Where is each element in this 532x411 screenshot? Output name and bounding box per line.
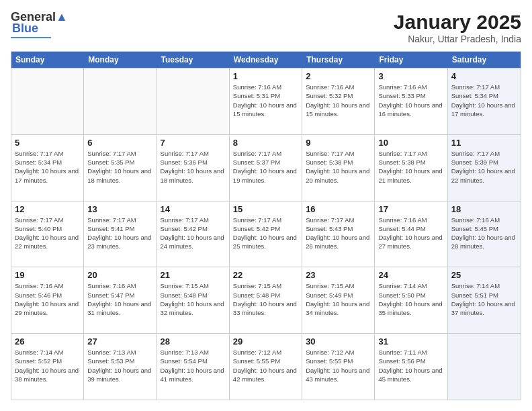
calendar-week-1: 1Sunrise: 7:16 AM Sunset: 5:31 PM Daylig… (11, 68, 521, 134)
day-info: Sunrise: 7:16 AM Sunset: 5:33 PM Dayligh… (378, 83, 443, 118)
day-info: Sunrise: 7:17 AM Sunset: 5:39 PM Dayligh… (451, 149, 517, 185)
calendar-cell: 6Sunrise: 7:17 AM Sunset: 5:35 PM Daylig… (84, 135, 157, 201)
header-day-thursday: Thursday (302, 52, 375, 68)
day-number: 29 (233, 336, 298, 347)
day-info: Sunrise: 7:16 AM Sunset: 5:46 PM Dayligh… (15, 281, 80, 317)
header-day-friday: Friday (375, 52, 447, 68)
title-area: January 2025 Nakur, Uttar Pradesh, India (394, 11, 521, 44)
calendar-cell: 31Sunrise: 7:11 AM Sunset: 5:56 PM Dayli… (375, 334, 447, 400)
day-info: Sunrise: 7:17 AM Sunset: 5:36 PM Dayligh… (161, 149, 226, 185)
calendar-week-2: 5Sunrise: 7:17 AM Sunset: 5:34 PM Daylig… (11, 134, 521, 201)
logo: General▲ Blue (11, 11, 68, 38)
calendar: SundayMondayTuesdayWednesdayThursdayFrid… (11, 51, 521, 400)
header-day-tuesday: Tuesday (157, 52, 230, 68)
header-day-wednesday: Wednesday (230, 52, 302, 68)
day-info: Sunrise: 7:12 AM Sunset: 5:55 PM Dayligh… (306, 348, 371, 383)
calendar-body: 1Sunrise: 7:16 AM Sunset: 5:31 PM Daylig… (11, 68, 521, 400)
day-number: 5 (15, 138, 80, 148)
day-info: Sunrise: 7:12 AM Sunset: 5:55 PM Dayligh… (233, 348, 298, 383)
day-number: 17 (378, 204, 443, 214)
day-number: 16 (306, 204, 371, 214)
day-number: 25 (451, 270, 517, 280)
logo-blue: Blue (12, 21, 38, 36)
day-number: 27 (87, 336, 152, 347)
calendar-cell (157, 68, 230, 134)
day-info: Sunrise: 7:17 AM Sunset: 5:35 PM Dayligh… (87, 149, 152, 185)
calendar-cell: 19Sunrise: 7:16 AM Sunset: 5:46 PM Dayli… (11, 267, 84, 333)
day-info: Sunrise: 7:13 AM Sunset: 5:54 PM Dayligh… (161, 348, 226, 383)
calendar-cell: 23Sunrise: 7:15 AM Sunset: 5:49 PM Dayli… (302, 267, 375, 333)
calendar-week-5: 26Sunrise: 7:14 AM Sunset: 5:52 PM Dayli… (11, 333, 521, 400)
month-title: January 2025 (394, 11, 521, 34)
day-info: Sunrise: 7:17 AM Sunset: 5:43 PM Dayligh… (306, 216, 371, 251)
calendar-week-4: 19Sunrise: 7:16 AM Sunset: 5:46 PM Dayli… (11, 267, 521, 333)
calendar-cell: 21Sunrise: 7:15 AM Sunset: 5:48 PM Dayli… (157, 267, 230, 333)
day-number: 7 (161, 138, 226, 148)
header-day-monday: Monday (84, 52, 157, 68)
day-number: 15 (233, 204, 298, 214)
calendar-cell: 11Sunrise: 7:17 AM Sunset: 5:39 PM Dayli… (448, 135, 521, 201)
day-number: 18 (451, 204, 517, 214)
day-info: Sunrise: 7:14 AM Sunset: 5:52 PM Dayligh… (15, 348, 80, 383)
day-number: 21 (161, 270, 226, 280)
calendar-cell: 20Sunrise: 7:16 AM Sunset: 5:47 PM Dayli… (84, 267, 157, 333)
day-number: 30 (306, 336, 371, 347)
calendar-cell: 4Sunrise: 7:17 AM Sunset: 5:34 PM Daylig… (448, 68, 521, 134)
day-info: Sunrise: 7:15 AM Sunset: 5:48 PM Dayligh… (161, 281, 226, 317)
day-number: 3 (378, 71, 443, 81)
calendar-header: SundayMondayTuesdayWednesdayThursdayFrid… (11, 52, 521, 68)
day-info: Sunrise: 7:14 AM Sunset: 5:51 PM Dayligh… (451, 281, 517, 317)
day-info: Sunrise: 7:15 AM Sunset: 5:48 PM Dayligh… (233, 281, 298, 317)
calendar-cell: 18Sunrise: 7:16 AM Sunset: 5:45 PM Dayli… (448, 201, 521, 267)
day-number: 2 (306, 71, 371, 81)
day-info: Sunrise: 7:17 AM Sunset: 5:34 PM Dayligh… (15, 149, 80, 185)
day-info: Sunrise: 7:17 AM Sunset: 5:37 PM Dayligh… (233, 149, 298, 185)
calendar-cell: 12Sunrise: 7:17 AM Sunset: 5:40 PM Dayli… (11, 201, 84, 267)
calendar-cell: 27Sunrise: 7:13 AM Sunset: 5:53 PM Dayli… (84, 334, 157, 400)
calendar-cell: 29Sunrise: 7:12 AM Sunset: 5:55 PM Dayli… (230, 334, 302, 400)
day-number: 8 (233, 138, 298, 148)
day-info: Sunrise: 7:14 AM Sunset: 5:50 PM Dayligh… (378, 281, 443, 317)
logo-line (11, 37, 51, 38)
day-number: 1 (233, 71, 298, 81)
calendar-cell (448, 334, 521, 400)
day-number: 19 (15, 270, 80, 280)
calendar-cell: 16Sunrise: 7:17 AM Sunset: 5:43 PM Dayli… (302, 201, 375, 267)
calendar-cell: 5Sunrise: 7:17 AM Sunset: 5:34 PM Daylig… (11, 135, 84, 201)
header-day-saturday: Saturday (448, 52, 521, 68)
day-info: Sunrise: 7:17 AM Sunset: 5:42 PM Dayligh… (233, 216, 298, 251)
calendar-cell: 15Sunrise: 7:17 AM Sunset: 5:42 PM Dayli… (230, 201, 302, 267)
day-info: Sunrise: 7:17 AM Sunset: 5:38 PM Dayligh… (306, 149, 371, 185)
day-info: Sunrise: 7:17 AM Sunset: 5:41 PM Dayligh… (87, 216, 152, 251)
calendar-cell: 3Sunrise: 7:16 AM Sunset: 5:33 PM Daylig… (375, 68, 447, 134)
day-info: Sunrise: 7:17 AM Sunset: 5:40 PM Dayligh… (15, 216, 80, 251)
calendar-cell: 30Sunrise: 7:12 AM Sunset: 5:55 PM Dayli… (302, 334, 375, 400)
day-number: 6 (87, 138, 152, 148)
day-info: Sunrise: 7:17 AM Sunset: 5:42 PM Dayligh… (161, 216, 226, 251)
day-number: 23 (306, 270, 371, 280)
day-info: Sunrise: 7:16 AM Sunset: 5:45 PM Dayligh… (451, 216, 517, 251)
calendar-cell: 2Sunrise: 7:16 AM Sunset: 5:32 PM Daylig… (302, 68, 375, 134)
calendar-cell (84, 68, 157, 134)
day-number: 9 (306, 138, 371, 148)
day-number: 20 (87, 270, 152, 280)
day-number: 24 (378, 270, 443, 280)
day-number: 22 (233, 270, 298, 280)
location: Nakur, Uttar Pradesh, India (394, 34, 521, 44)
calendar-week-3: 12Sunrise: 7:17 AM Sunset: 5:40 PM Dayli… (11, 201, 521, 267)
day-number: 4 (451, 71, 517, 81)
day-number: 14 (161, 204, 226, 214)
calendar-cell: 10Sunrise: 7:17 AM Sunset: 5:38 PM Dayli… (375, 135, 447, 201)
day-number: 11 (451, 138, 517, 148)
day-info: Sunrise: 7:17 AM Sunset: 5:38 PM Dayligh… (378, 149, 443, 185)
calendar-cell: 13Sunrise: 7:17 AM Sunset: 5:41 PM Dayli… (84, 201, 157, 267)
calendar-cell: 8Sunrise: 7:17 AM Sunset: 5:37 PM Daylig… (230, 135, 302, 201)
calendar-cell (11, 68, 84, 134)
day-info: Sunrise: 7:17 AM Sunset: 5:34 PM Dayligh… (451, 83, 517, 118)
calendar-cell: 9Sunrise: 7:17 AM Sunset: 5:38 PM Daylig… (302, 135, 375, 201)
day-info: Sunrise: 7:11 AM Sunset: 5:56 PM Dayligh… (378, 348, 443, 383)
day-number: 12 (15, 204, 80, 214)
day-info: Sunrise: 7:16 AM Sunset: 5:32 PM Dayligh… (306, 83, 371, 118)
calendar-cell: 22Sunrise: 7:15 AM Sunset: 5:48 PM Dayli… (230, 267, 302, 333)
calendar-cell: 1Sunrise: 7:16 AM Sunset: 5:31 PM Daylig… (230, 68, 302, 134)
